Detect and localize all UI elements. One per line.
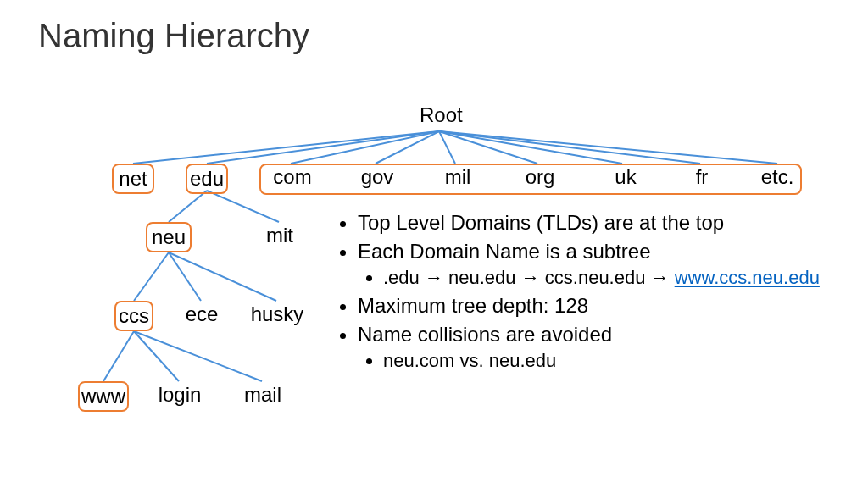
svg-line-11 — [134, 252, 169, 301]
slide: Naming Hierarchy Root — [0, 0, 868, 488]
node-login: login — [156, 383, 203, 407]
arrow-icon: → — [425, 267, 443, 288]
svg-line-10 — [207, 191, 279, 222]
node-uk: uk — [604, 165, 647, 189]
svg-line-5 — [439, 131, 537, 164]
bullet-4a: neu.com vs. neu.edu — [383, 349, 831, 373]
node-gov: gov — [356, 165, 398, 189]
node-etc: etc. — [756, 165, 798, 189]
svg-line-8 — [439, 131, 777, 164]
bullet-4-text: Name collisions are avoided — [358, 323, 612, 346]
node-ccs: ccs — [114, 301, 153, 331]
bullet-2: Each Domain Name is a subtree .edu → neu… — [358, 239, 831, 290]
svg-line-9 — [169, 191, 207, 222]
node-husky: husky — [250, 302, 304, 326]
arrow-icon: → — [651, 267, 670, 288]
svg-line-15 — [134, 331, 179, 381]
node-www: www — [78, 381, 129, 412]
node-mit: mit — [261, 224, 298, 247]
svg-line-4 — [439, 131, 455, 164]
svg-line-0 — [133, 131, 439, 164]
svg-line-6 — [439, 131, 622, 164]
node-com: com — [271, 165, 314, 189]
link-ccs-neu-edu[interactable]: www.ccs.neu.edu — [675, 267, 820, 288]
b2a-pre: .edu — [383, 267, 425, 288]
svg-line-12 — [169, 252, 201, 301]
arrow-icon: → — [521, 267, 540, 288]
svg-line-2 — [291, 131, 439, 164]
b2a-mid1: neu.edu — [443, 267, 521, 288]
bullet-4: Name collisions are avoided neu.com vs. … — [358, 322, 831, 373]
slide-title: Naming Hierarchy — [38, 17, 309, 55]
svg-line-16 — [134, 331, 262, 381]
node-net: net — [112, 164, 154, 194]
node-fr: fr — [685, 165, 719, 189]
svg-line-1 — [207, 131, 439, 164]
bullet-2a: .edu → neu.edu → ccs.neu.edu → www.ccs.n… — [383, 266, 831, 290]
svg-line-14 — [103, 331, 134, 381]
svg-line-13 — [169, 252, 276, 301]
bullet-1: Top Level Domains (TLDs) are at the top — [358, 210, 831, 236]
svg-line-7 — [439, 131, 700, 164]
bullet-2-text: Each Domain Name is a subtree — [358, 240, 651, 263]
bullet-3: Maximum tree depth: 128 — [358, 293, 831, 319]
node-mail: mail — [241, 383, 285, 407]
node-ece: ece — [183, 302, 220, 326]
b2a-mid2: ccs.neu.edu — [540, 267, 651, 288]
bullet-list: Top Level Domains (TLDs) are at the top … — [339, 210, 831, 375]
node-neu: neu — [146, 222, 192, 252]
svg-line-3 — [376, 131, 439, 164]
node-root: Root — [420, 103, 462, 127]
node-mil: mil — [437, 165, 479, 189]
node-edu: edu — [186, 164, 228, 194]
node-org: org — [519, 165, 561, 189]
